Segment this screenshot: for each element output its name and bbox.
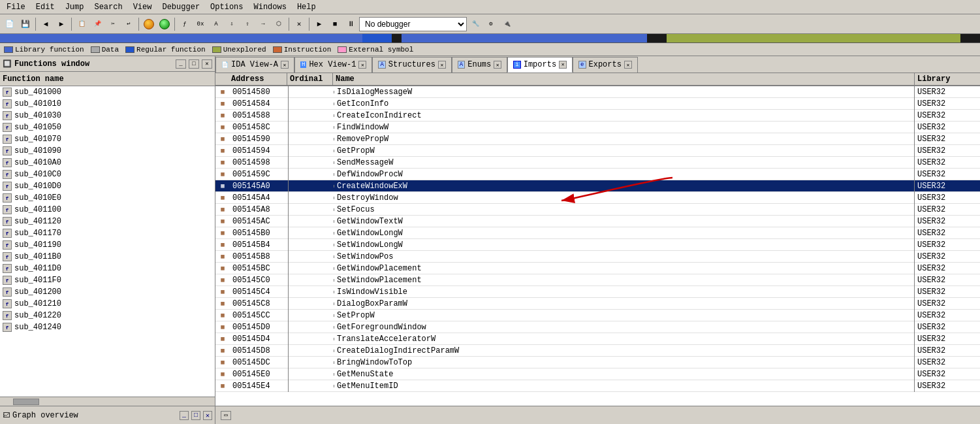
toolbar-import-btn[interactable]: ⇩: [225, 17, 239, 31]
toolbar-close-btn[interactable]: ✕: [292, 17, 306, 31]
functions-list[interactable]: fsub_401000fsub_401010fsub_401030fsub_40…: [0, 86, 215, 397]
toolbar-export-btn[interactable]: ⇧: [240, 17, 255, 31]
table-row[interactable]: ▦ 005145AC GetWindowTextW USER32: [215, 216, 980, 227]
table-row[interactable]: ▦ 005145E4 GetMenuItemID USER32: [215, 380, 980, 392]
table-row[interactable]: ▦ 005145A0 CreateWindowExW USER32: [215, 180, 980, 192]
table-row[interactable]: ▦ 005145D4 TranslateAcceleratorW USER32: [215, 333, 980, 345]
tab-enums[interactable]: A Enums ✕: [452, 57, 507, 73]
table-row[interactable]: ▦ 005145D0 GetForegroundWindow USER32: [215, 321, 980, 333]
menu-help[interactable]: Help: [293, 1, 320, 13]
toolbar-plugin-btn[interactable]: 🔌: [499, 17, 514, 31]
menu-debugger[interactable]: Debugger: [158, 1, 204, 13]
table-row[interactable]: ▦ 005145C8 DialogBoxParamW USER32: [215, 298, 980, 310]
toolbar-undo-btn[interactable]: ↩: [121, 17, 136, 31]
toolbar-back-btn[interactable]: ◀: [39, 17, 53, 31]
function-row[interactable]: fsub_401090: [0, 145, 215, 157]
graph-close-btn[interactable]: ✕: [203, 411, 212, 420]
function-row[interactable]: fsub_401210: [0, 298, 215, 310]
function-row[interactable]: fsub_401200: [0, 286, 215, 298]
table-row[interactable]: ▦ 005145C0 SetWindowPlacement USER32: [215, 274, 980, 286]
toolbar-forward-btn[interactable]: ▶: [54, 17, 69, 31]
toolbar-new-btn[interactable]: 📄: [3, 17, 17, 31]
function-row[interactable]: fsub_401070: [0, 133, 215, 145]
toolbar-func-btn[interactable]: ƒ: [178, 17, 192, 31]
function-row[interactable]: fsub_401170: [0, 227, 215, 239]
toolbar-green-btn[interactable]: [157, 17, 172, 31]
function-row[interactable]: fsub_401000: [0, 86, 215, 98]
menu-search[interactable]: Search: [90, 1, 126, 13]
table-row[interactable]: ▦ 005145DC BringWindowToTop USER32: [215, 357, 980, 368]
tab-close-ida-view[interactable]: ✕: [281, 61, 289, 69]
table-row[interactable]: ▦ 005145BC GetWindowPlacement USER32: [215, 263, 980, 274]
graph-minimize-btn[interactable]: _: [180, 411, 189, 420]
functions-window-restore-btn[interactable]: □: [189, 59, 199, 69]
toolbar-hex-btn[interactable]: 0x: [193, 17, 208, 31]
graph-restore-btn[interactable]: □: [191, 411, 200, 420]
functions-scrollbar-thumb[interactable]: [13, 399, 39, 405]
table-row[interactable]: ▦ 005145D8 CreateDialogIndirectParamW US…: [215, 345, 980, 357]
toolbar-copy-btn[interactable]: 📋: [74, 17, 89, 31]
toolbar-paste-btn[interactable]: 📌: [90, 17, 104, 31]
table-row[interactable]: ▦ 00514598 SendMessageW USER32: [215, 157, 980, 169]
toolbar-stop-btn[interactable]: ■: [328, 17, 342, 31]
menu-view[interactable]: View: [129, 1, 156, 13]
table-row[interactable]: ▦ 00514588 CreateIconIndirect USER32: [215, 110, 980, 122]
tab-ida-view[interactable]: 📄 IDA View-A ✕: [215, 57, 294, 73]
table-row[interactable]: ▦ 005145B8 SetWindowPos USER32: [215, 251, 980, 263]
toolbar-settings-btn[interactable]: ⚙: [484, 17, 498, 31]
toolbar-save-btn[interactable]: 💾: [18, 17, 33, 31]
function-row[interactable]: fsub_401050: [0, 122, 215, 133]
function-row[interactable]: fsub_401190: [0, 239, 215, 251]
menu-options[interactable]: Options: [206, 1, 247, 13]
debugger-dropdown[interactable]: No debugger Local Windows debugger Remot…: [359, 17, 467, 31]
table-row[interactable]: ▦ 0051458C FindWindowW USER32: [215, 122, 980, 133]
table-row[interactable]: ▦ 00514594 GetPropW USER32: [215, 145, 980, 157]
toolbar-xref-btn[interactable]: →: [256, 17, 270, 31]
tab-close-exports[interactable]: ✕: [624, 61, 632, 69]
table-row[interactable]: ▦ 005145CC SetPropW USER32: [215, 310, 980, 321]
toolbar-orange-btn[interactable]: [142, 17, 156, 31]
functions-window-minimize-btn[interactable]: _: [176, 59, 186, 69]
toolbar-cut-btn[interactable]: ✂: [106, 17, 120, 31]
toolbar-pause-btn[interactable]: ⏸: [343, 17, 358, 31]
menu-jump[interactable]: Jump: [61, 1, 88, 13]
tab-close-hex-view[interactable]: ✕: [358, 61, 366, 69]
table-row[interactable]: ▦ 005145C4 IsWindowVisible USER32: [215, 286, 980, 298]
functions-scrollbar-h[interactable]: [0, 397, 215, 406]
function-row[interactable]: fsub_401030: [0, 110, 215, 122]
tab-exports[interactable]: e Exports ✕: [573, 57, 638, 73]
menu-windows[interactable]: Windows: [250, 1, 291, 13]
tab-close-structures[interactable]: ✕: [438, 61, 446, 69]
menu-file[interactable]: File: [3, 1, 29, 13]
toolbar-str-btn[interactable]: A: [209, 17, 223, 31]
function-row[interactable]: fsub_4010E0: [0, 192, 215, 204]
function-row[interactable]: fsub_401240: [0, 321, 215, 333]
tab-imports[interactable]: i Imports ✕: [507, 57, 573, 73]
function-row[interactable]: fsub_401100: [0, 204, 215, 216]
toolbar-graph-btn[interactable]: ⬡: [272, 17, 286, 31]
toolbar-run-btn[interactable]: ▶: [312, 17, 326, 31]
functions-window-close-btn[interactable]: ✕: [202, 59, 212, 69]
table-row[interactable]: ▦ 00514590 RemovePropW USER32: [215, 133, 980, 145]
graph-thumb[interactable]: ▭: [221, 411, 231, 420]
table-row[interactable]: ▦ 005145A8 SetFocus USER32: [215, 204, 980, 216]
table-row[interactable]: ▦ 0051459C DefWindowProcW USER32: [215, 169, 980, 180]
tab-close-imports[interactable]: ✕: [559, 61, 567, 69]
tab-close-enums[interactable]: ✕: [494, 61, 501, 69]
table-row[interactable]: ▦ 005145B0 GetWindowLongW USER32: [215, 227, 980, 239]
menu-edit[interactable]: Edit: [32, 1, 59, 13]
table-row[interactable]: ▦ 005145E0 GetMenuState USER32: [215, 368, 980, 380]
table-row[interactable]: ▦ 005145A4 DestroyWindow USER32: [215, 192, 980, 204]
tab-structures[interactable]: A Structures ✕: [372, 57, 451, 73]
function-row[interactable]: fsub_401220: [0, 310, 215, 321]
function-row[interactable]: fsub_4010A0: [0, 157, 215, 169]
toolbar-debug-btn[interactable]: 🔧: [468, 17, 482, 31]
function-row[interactable]: fsub_4011D0: [0, 263, 215, 274]
table-row[interactable]: ▦ 00514584 GetIconInfo USER32: [215, 98, 980, 110]
function-row[interactable]: fsub_4011B0: [0, 251, 215, 263]
function-row[interactable]: fsub_401120: [0, 216, 215, 227]
imports-table[interactable]: Address Ordinal Name Library ▦ 00514580 …: [215, 73, 980, 406]
function-row[interactable]: fsub_401010: [0, 98, 215, 110]
function-row[interactable]: fsub_4010C0: [0, 169, 215, 180]
table-row[interactable]: ▦ 00514580 IsDialogMessageW USER32: [215, 86, 980, 98]
